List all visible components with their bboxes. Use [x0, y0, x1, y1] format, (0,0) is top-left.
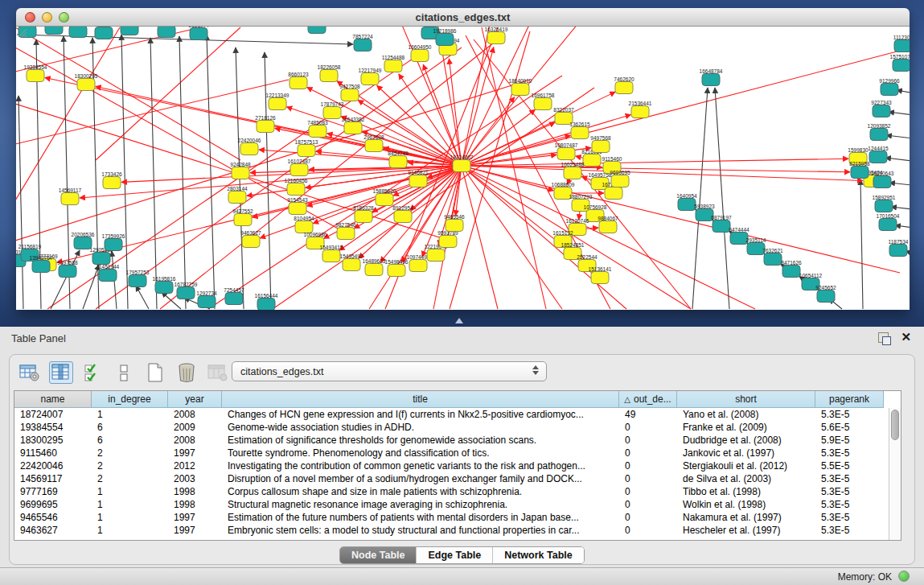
graph-node[interactable]	[365, 264, 383, 276]
graph-node[interactable]	[631, 106, 649, 118]
graph-node[interactable]	[713, 220, 730, 233]
graph-edge[interactable]	[462, 166, 900, 273]
graph-node[interactable]	[309, 126, 326, 138]
column-header-out_degree[interactable]: △out_de...	[619, 391, 677, 408]
graph-edge[interactable]	[889, 183, 910, 186]
graph-node[interactable]	[290, 164, 308, 176]
table-row[interactable]: 1872400712008Changes of HCN gene express…	[14, 408, 901, 421]
graph-node[interactable]	[446, 220, 463, 232]
table-row[interactable]: 1830029562008Estimation of significance …	[14, 434, 901, 447]
trash-icon[interactable]	[175, 361, 199, 384]
clear-selection-icon[interactable]	[112, 361, 136, 384]
graph-node[interactable]	[436, 34, 454, 46]
graph-node[interactable]	[605, 187, 622, 200]
new-column-icon[interactable]	[143, 361, 167, 384]
panel-splitter-handle[interactable]	[455, 318, 463, 323]
graph-edge[interactable]	[860, 179, 863, 309]
graph-node[interactable]	[323, 107, 341, 119]
graph-edge[interactable]	[462, 27, 490, 166]
graph-edge[interactable]	[462, 166, 691, 309]
graph-edge[interactable]	[17, 35, 353, 44]
graph-node[interactable]	[592, 141, 610, 153]
graph-node[interactable]	[678, 199, 696, 211]
graph-edge[interactable]	[462, 166, 863, 181]
graph-node[interactable]	[234, 214, 252, 226]
graph-edge[interactable]	[692, 88, 708, 309]
graph-node[interactable]	[389, 156, 407, 168]
show-columns-icon[interactable]	[49, 361, 73, 384]
tab-edge-table[interactable]: Edge Table	[417, 547, 493, 563]
column-header-pagerank[interactable]: pagerank	[815, 391, 884, 408]
graph-node[interactable]	[45, 27, 63, 35]
table-select-dropdown[interactable]: citations_edges.txt	[232, 361, 547, 381]
graph-node[interactable]	[583, 154, 601, 167]
graph-node[interactable]	[355, 211, 372, 223]
graph-node[interactable]	[99, 270, 117, 282]
column-header-short[interactable]: short	[677, 391, 815, 408]
graph-node[interactable]	[298, 145, 315, 157]
column-header-year[interactable]: year	[168, 391, 222, 408]
table-row[interactable]: 911546021997Tourette syndrome. Phenomeno…	[14, 447, 901, 459]
float-panel-icon[interactable]	[878, 332, 889, 343]
network-graph[interactable]: 1872400712924594166049501125448812217949…	[16, 27, 910, 310]
graph-node[interactable]	[534, 98, 552, 110]
graph-edge[interactable]	[265, 52, 271, 309]
graph-node[interactable]	[269, 98, 286, 110]
table-row[interactable]: 1456911722003Disruption of a novel membe…	[14, 472, 901, 485]
graph-node[interactable]	[257, 299, 275, 311]
graph-node[interactable]	[591, 272, 609, 284]
graph-node[interactable]	[361, 73, 379, 85]
graph-node[interactable]	[439, 236, 457, 248]
graph-node[interactable]	[322, 250, 340, 262]
graph-node[interactable]	[599, 221, 617, 233]
table-row[interactable]: 2242004622012Investigating the contribut…	[14, 459, 901, 472]
graph-node[interactable]	[354, 39, 372, 51]
graph-edge[interactable]	[462, 159, 848, 166]
graph-node[interactable]	[511, 84, 529, 96]
select-all-rows-icon[interactable]	[80, 361, 105, 384]
graph-node[interactable]	[228, 192, 246, 204]
graph-node[interactable]	[873, 176, 891, 188]
graph-node[interactable]	[95, 27, 113, 39]
graph-edge[interactable]	[136, 286, 149, 309]
graph-edge[interactable]	[250, 166, 462, 173]
column-header-in_degree[interactable]: in_degree	[92, 391, 168, 408]
graph-edge[interactable]	[462, 51, 900, 166]
graph-node[interactable]	[69, 27, 87, 38]
network-window[interactable]: citations_edges.txt 18724007129245941660…	[16, 8, 910, 310]
graph-node[interactable]	[427, 249, 445, 262]
resize-grip-icon[interactable]	[16, 27, 27, 38]
graph-node[interactable]	[453, 160, 470, 172]
graph-node[interactable]	[875, 200, 893, 212]
graph-edge[interactable]	[885, 158, 910, 162]
graph-node[interactable]	[615, 82, 633, 94]
graph-node[interactable]	[388, 265, 405, 277]
graph-node[interactable]	[320, 70, 338, 82]
window-titlebar[interactable]: citations_edges.txt	[16, 8, 910, 27]
graph-node[interactable]	[409, 260, 427, 272]
graph-node[interactable]	[290, 77, 307, 89]
graph-node[interactable]	[289, 203, 306, 215]
graph-node[interactable]	[879, 219, 897, 231]
graph-node[interactable]	[61, 193, 79, 205]
graph-edge[interactable]	[462, 166, 498, 309]
graph-node[interactable]	[121, 27, 138, 35]
graph-node[interactable]	[287, 183, 305, 196]
graph-node[interactable]	[365, 140, 383, 152]
graph-node[interactable]	[893, 60, 910, 72]
graph-node[interactable]	[851, 167, 869, 179]
graph-node[interactable]	[155, 282, 173, 294]
network-canvas[interactable]: 1872400712924594166049501125448812217949…	[16, 27, 910, 310]
graph-node[interactable]	[571, 127, 589, 139]
graph-node[interactable]	[225, 293, 243, 305]
graph-node[interactable]	[177, 287, 195, 299]
table-row[interactable]: 1938455462009Genome-wide association stu…	[14, 421, 901, 434]
graph-node[interactable]	[487, 32, 505, 44]
graph-node[interactable]	[158, 27, 175, 38]
graph-node[interactable]	[782, 266, 800, 278]
graph-node[interactable]	[190, 28, 207, 40]
graph-edge[interactable]	[889, 112, 910, 116]
graph-node[interactable]	[611, 175, 629, 187]
graph-edge[interactable]	[18, 96, 23, 309]
table-scrollbar[interactable]	[889, 408, 901, 540]
